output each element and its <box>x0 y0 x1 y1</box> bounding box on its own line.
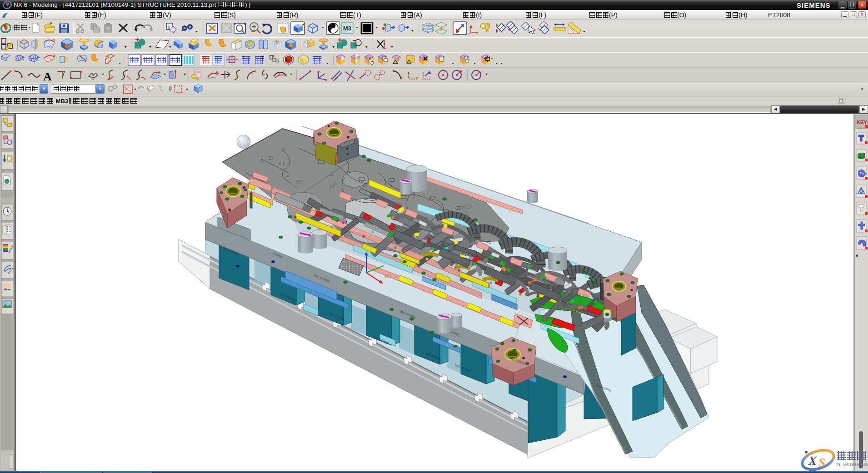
svg-text:KEY: KEY <box>857 119 867 125</box>
svg-text:XC: XC <box>384 274 391 279</box>
svg-text:M3: M3 <box>343 25 351 32</box>
svg-text:x: x <box>486 57 488 60</box>
svg-text:X: X <box>808 454 817 468</box>
svg-text:A: A <box>43 70 52 83</box>
svg-text:S: S <box>818 456 825 469</box>
svg-text:ZL.XS1616.COM: ZL.XS1616.COM <box>836 462 868 467</box>
